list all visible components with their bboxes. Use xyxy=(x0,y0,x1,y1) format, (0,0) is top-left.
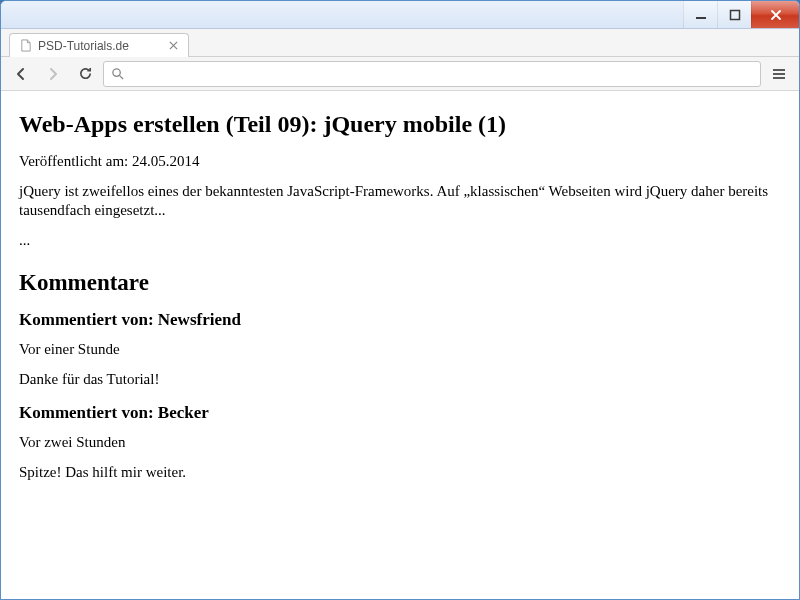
back-button[interactable] xyxy=(7,61,35,87)
comment-time: Vor zwei Stunden xyxy=(19,433,781,453)
comment-body: Danke für das Tutorial! xyxy=(19,370,781,390)
comment-body: Spitze! Das hilft mir weiter. xyxy=(19,463,781,483)
window-close-button[interactable] xyxy=(751,1,799,28)
comment-author: Kommentiert von: Newsfriend xyxy=(19,310,781,330)
browser-tab[interactable]: PSD-Tutorials.de xyxy=(9,33,189,57)
address-bar[interactable] xyxy=(103,61,761,87)
reload-button[interactable] xyxy=(71,61,99,87)
forward-button[interactable] xyxy=(39,61,67,87)
search-icon xyxy=(110,67,124,81)
svg-rect-0 xyxy=(696,17,706,19)
comment-author: Kommentiert von: Becker xyxy=(19,403,781,423)
tab-title: PSD-Tutorials.de xyxy=(38,39,160,53)
svg-rect-1 xyxy=(730,10,739,19)
window-maximize-button[interactable] xyxy=(717,1,751,28)
window-minimize-button[interactable] xyxy=(683,1,717,28)
article-title: Web-Apps erstellen (Teil 09): jQuery mob… xyxy=(19,111,781,138)
svg-point-2 xyxy=(112,69,119,76)
svg-rect-5 xyxy=(773,73,785,75)
browser-toolbar xyxy=(1,57,799,91)
svg-rect-4 xyxy=(773,69,785,71)
comment-time: Vor einer Stunde xyxy=(19,340,781,360)
tab-strip: PSD-Tutorials.de xyxy=(1,29,799,57)
window-titlebar xyxy=(1,1,799,29)
comments-heading: Kommentare xyxy=(19,270,781,296)
page-icon xyxy=(18,39,32,53)
address-input[interactable] xyxy=(128,62,754,86)
menu-button[interactable] xyxy=(765,61,793,87)
article-intro: jQuery ist zweifellos eines der bekannte… xyxy=(19,182,781,221)
page-content: Web-Apps erstellen (Teil 09): jQuery mob… xyxy=(1,91,799,599)
article-published: Veröffentlicht am: 24.05.2014 xyxy=(19,152,781,172)
browser-window: PSD-Tutorials.de Web-Apps erstellen (Tei… xyxy=(0,0,800,600)
tab-close-button[interactable] xyxy=(166,39,180,53)
article-ellipsis: ... xyxy=(19,231,781,251)
svg-rect-6 xyxy=(773,77,785,79)
svg-line-3 xyxy=(119,75,123,79)
